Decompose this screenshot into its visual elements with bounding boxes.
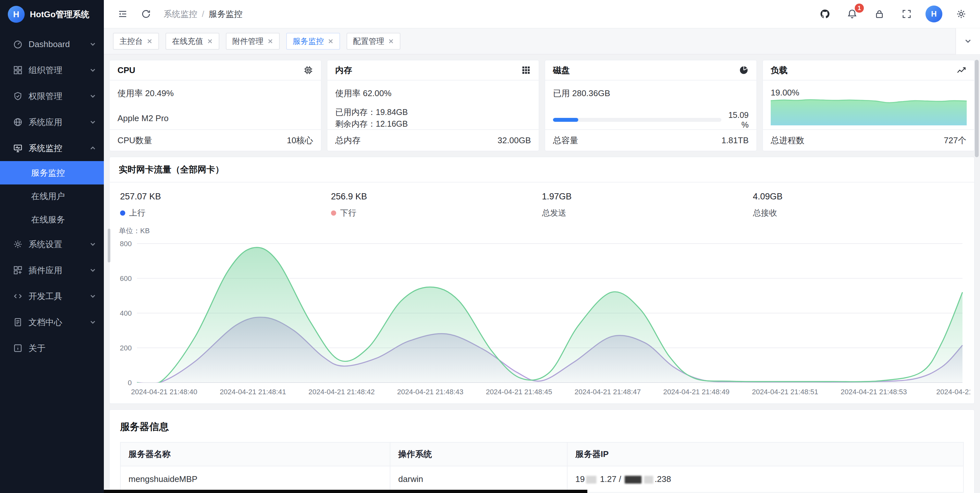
sidebar-item-label: 文档中心 xyxy=(29,317,84,328)
breadcrumb-section[interactable]: 系统监控 xyxy=(164,8,197,20)
load-card: 负载 19.00% 总进程数 727个 xyxy=(762,60,975,152)
x-axis-label: 2024-04-21 21:48:49 xyxy=(663,388,729,396)
tab-close-icon[interactable] xyxy=(267,38,273,44)
refresh-button[interactable] xyxy=(138,6,154,22)
sidebar-subitem-service-monitor[interactable]: 服务监控 xyxy=(0,161,104,185)
sidebar-item-permissions[interactable]: 权限管理 xyxy=(0,83,104,109)
table-header-row: 服务器名称 操作系统 服务器IP xyxy=(120,442,963,466)
code-icon xyxy=(13,291,23,301)
tab-attachments[interactable]: 附件管理 xyxy=(226,33,280,50)
tab-close-icon[interactable] xyxy=(147,38,153,44)
load-trend-icon xyxy=(957,65,966,75)
plugin-icon xyxy=(13,265,23,275)
notifications-button[interactable]: 1 xyxy=(844,6,861,22)
lock-screen-button[interactable] xyxy=(871,6,888,22)
breadcrumb-separator: / xyxy=(202,9,204,19)
server-os-cell: darwin xyxy=(390,466,567,492)
load-card-title: 负载 xyxy=(771,65,788,76)
cpu-model: Apple M2 Pro xyxy=(118,113,313,123)
tab-close-icon[interactable] xyxy=(388,38,394,44)
ip-fragment: 19 xyxy=(575,474,585,484)
disk-progress-track xyxy=(553,118,721,122)
app-logo-row[interactable]: H HotGo管理系统 xyxy=(0,0,104,29)
y-axis-label: 0 xyxy=(114,379,132,387)
sidebar-item-label: 权限管理 xyxy=(29,91,84,102)
traffic-stat-up: 257.07 KB 上行 xyxy=(120,191,331,218)
x-axis-label: 2024-04-21 21:48:40 xyxy=(131,388,197,396)
chevron-down-icon xyxy=(89,241,96,247)
sidebar-item-label: 系统应用 xyxy=(29,116,84,128)
disk-card-title: 磁盘 xyxy=(553,65,570,76)
tab-label: 主控台 xyxy=(119,36,143,46)
memory-card: 内存 使用率 62.00% 已用内存：19.84GB 剩余内存：12.16GB … xyxy=(327,60,539,152)
monitor-icon xyxy=(13,143,23,153)
disk-used: 已用 280.36GB xyxy=(553,88,749,99)
sidebar-item-docs[interactable]: 文档中心 xyxy=(0,309,104,335)
redacted-ip-segment xyxy=(644,476,653,483)
load-sparkline-chart xyxy=(771,93,966,125)
stat-label: 总接收 xyxy=(753,207,777,218)
fullscreen-button[interactable] xyxy=(898,6,915,22)
tab-console[interactable]: 主控台 xyxy=(113,33,159,50)
tab-label: 配置管理 xyxy=(353,36,384,46)
dashboard-icon xyxy=(13,39,23,49)
sidebar-item-about[interactable]: 关于 xyxy=(0,335,104,361)
fullscreen-icon xyxy=(902,9,912,19)
chevron-down-icon xyxy=(89,319,96,325)
traffic-stat-total-received: 4.09GB 总接收 xyxy=(753,191,964,218)
refresh-icon xyxy=(141,9,151,19)
cpu-card-title: CPU xyxy=(118,65,135,75)
process-count-value: 727个 xyxy=(944,135,966,146)
stat-value: 256.9 KB xyxy=(331,191,542,202)
tab-service-monitor[interactable]: 服务监控 xyxy=(286,33,340,50)
memory-card-title: 内存 xyxy=(335,65,352,76)
avatar-letter: H xyxy=(931,10,937,19)
collapse-sidebar-button[interactable] xyxy=(114,6,131,22)
disk-pie-icon xyxy=(739,65,749,75)
sidebar-subitem-online-services[interactable]: 在线服务 xyxy=(0,208,104,231)
tab-config[interactable]: 配置管理 xyxy=(347,33,401,50)
server-info-card: 服务器信息 服务器名称 操作系统 服务器IP mengshuaideMBP xyxy=(109,409,975,493)
shield-icon xyxy=(13,91,23,101)
x-axis-label: 2024-04-21 21:48:47 xyxy=(574,388,641,396)
tab-close-icon[interactable] xyxy=(328,38,334,44)
traffic-card: 实时网卡流量（全部网卡） 257.07 KB 上行 256.9 KB 下行 1.… xyxy=(109,156,975,404)
stat-cards-row: CPU 使用率 20.49% Apple M2 Pro CPU数量 10核心 内… xyxy=(109,60,975,152)
chart-unit-label: 单位：KB xyxy=(119,226,974,236)
redacted-ip-segment xyxy=(625,476,641,483)
breadcrumb: 系统监控 / 服务监控 xyxy=(164,8,242,20)
cpu-icon xyxy=(304,65,313,75)
sidebar-subitem-online-users[interactable]: 在线用户 xyxy=(0,185,104,208)
github-button[interactable] xyxy=(816,6,833,22)
chevron-up-icon xyxy=(89,145,96,152)
sidebar-item-label: 系统设置 xyxy=(29,239,84,250)
sidebar-item-dev-tools[interactable]: 开发工具 xyxy=(0,283,104,309)
sidebar-item-organization[interactable]: 组织管理 xyxy=(0,57,104,83)
tab-list-dropdown-button[interactable] xyxy=(955,28,980,54)
y-axis-label: 800 xyxy=(114,240,132,248)
sidebar-item-system-apps[interactable]: 系统应用 xyxy=(0,109,104,135)
settings-button[interactable] xyxy=(953,6,970,22)
memory-free: 剩余内存：12.16GB xyxy=(335,118,531,129)
tab-close-icon[interactable] xyxy=(207,38,213,44)
traffic-chart-svg xyxy=(114,237,970,399)
content-scrollbar-thumb[interactable] xyxy=(108,229,110,262)
sidebar-item-dashboard[interactable]: Dashboard xyxy=(0,31,104,57)
memory-usage: 使用率 62.00% xyxy=(335,88,531,99)
disk-percent: 15.09 % xyxy=(727,110,749,129)
sidebar-item-plugins[interactable]: 插件应用 xyxy=(0,257,104,283)
server-info-title: 服务器信息 xyxy=(120,420,964,434)
tab-online-recharge[interactable]: 在线充值 xyxy=(165,33,220,50)
x-axis-label: 2024-04-21 21:48:42 xyxy=(308,388,374,396)
user-avatar[interactable]: H xyxy=(926,6,942,22)
sidebar-item-system-monitor[interactable]: 系统监控 xyxy=(0,135,104,161)
sidebar-item-label: 插件应用 xyxy=(29,265,84,276)
vertical-scrollbar-thumb[interactable] xyxy=(975,60,979,157)
hotgo-admin-app: H HotGo管理系统 Dashboard 组织管理 权限管理 系统应用 xyxy=(0,0,980,493)
sidebar-item-system-settings[interactable]: 系统设置 xyxy=(0,231,104,257)
server-ip-cell: 19 1.27 / .238 xyxy=(567,466,963,492)
chevron-down-icon xyxy=(89,293,96,300)
memory-grid-icon xyxy=(521,65,531,75)
server-name-cell: mengshuaideMBP xyxy=(120,466,390,492)
stat-value: 257.07 KB xyxy=(120,191,331,202)
